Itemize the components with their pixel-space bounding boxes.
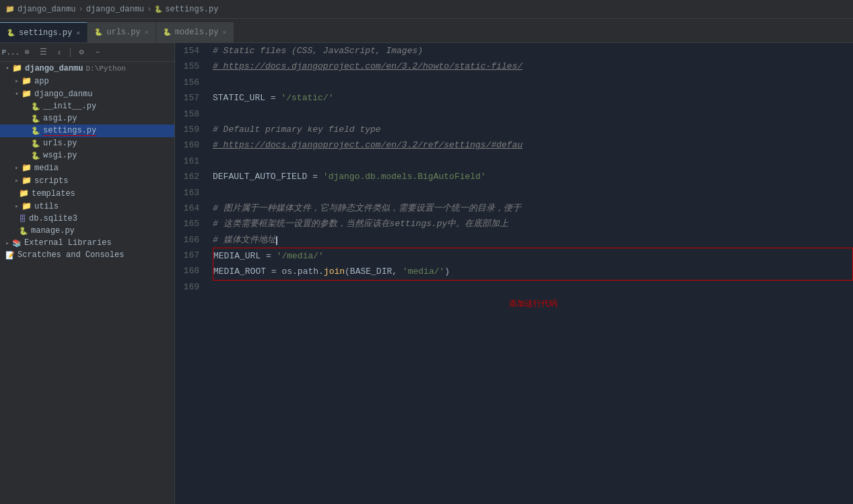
tree-settings[interactable]: 🐍 settings.py xyxy=(0,124,174,137)
ext-lib-label: External Libraries xyxy=(24,238,112,248)
file-py-icon: 🐍 xyxy=(154,5,162,13)
code-line xyxy=(213,281,853,296)
breadcrumb-part-2[interactable]: django_danmu xyxy=(86,5,144,14)
urls-label: urls.py xyxy=(43,139,77,148)
line-number: 169 xyxy=(180,279,199,295)
hide-icon[interactable]: – xyxy=(91,46,104,59)
py-icon-wsgi: 🐍 xyxy=(31,151,40,160)
tab-close-settings[interactable]: ✕ xyxy=(76,29,80,37)
py-icon-settings: 🐍 xyxy=(31,127,40,135)
tab-py-icon-models: 🐍 xyxy=(163,28,171,36)
tab-models[interactable]: 🐍 models.py ✕ xyxy=(156,22,234,42)
arrow-app: ▸ xyxy=(12,77,22,85)
settings-label: settings.py xyxy=(43,126,96,136)
file-tree: ▾ 📁 django_danmu D:\Python ▸ 📁 app ▾ 📁 d… xyxy=(0,62,174,261)
tab-label-settings: settings.py xyxy=(19,28,72,38)
arrow-django: ▾ xyxy=(12,90,22,98)
line-number: 162 xyxy=(180,169,199,184)
folder-icon-root: 📁 xyxy=(12,63,22,73)
main-layout: P... ⊕ ☰ ⇕ ⚙ – ▾ 📁 django_danmu D:\Pytho… xyxy=(0,43,853,504)
tree-asgi[interactable]: 🐍 asgi.py xyxy=(0,112,174,124)
tree-django-danmu[interactable]: ▾ 📁 django_danmu xyxy=(0,87,174,100)
tree-scratch[interactable]: 📝 Scratches and Consoles xyxy=(0,249,174,261)
line-number: 154 xyxy=(180,43,199,59)
root-label: django_danmu xyxy=(25,64,83,73)
folder-icon-templates: 📁 xyxy=(19,188,29,199)
db-icon: 🗄 xyxy=(19,215,26,223)
code-line: # 图片属于一种媒体文件，它与静态文件类似，需要设置一个统一的目录，便于 xyxy=(213,201,853,216)
tab-close-models[interactable]: ✕ xyxy=(223,28,227,36)
expand-icon[interactable]: ⇕ xyxy=(53,46,66,59)
py-icon-init: 🐍 xyxy=(31,102,40,111)
code-line: # Default primary key field type xyxy=(213,122,853,137)
tree-scripts[interactable]: ▸ 📁 scripts xyxy=(0,174,174,187)
arrow-utils: ▸ xyxy=(12,203,22,210)
line-number: 157 xyxy=(180,90,199,106)
editor-area: 1541551561571581591601611621631641651661… xyxy=(175,43,853,504)
breadcrumb-part-1[interactable]: django_danmu xyxy=(18,5,75,14)
tree-media[interactable]: ▸ 📁 media xyxy=(0,161,174,174)
arrow-root: ▾ xyxy=(3,65,12,72)
code-container[interactable]: 1541551561571581591601611621631641651661… xyxy=(175,43,853,504)
line-number: 166 xyxy=(180,232,199,248)
folder-icon-django: 📁 xyxy=(22,89,32,99)
code-line: MEDIA_ROOT = os.path.join(BASE_DIR, 'med… xyxy=(213,264,852,279)
line-number: 168 xyxy=(180,263,199,279)
code-content[interactable]: # Static files (CSS, JavaScript, Images)… xyxy=(207,43,853,504)
tab-settings[interactable]: 🐍 settings.py ✕ xyxy=(0,22,88,42)
tab-close-urls[interactable]: ✕ xyxy=(145,28,149,36)
breadcrumb-part-3[interactable]: settings.py xyxy=(165,5,218,14)
asgi-label: asgi.py xyxy=(43,114,77,123)
utils-label: utils xyxy=(34,202,59,211)
code-line: # https://docs.djangoproject.com/en/3.2/… xyxy=(213,137,853,153)
sidebar-toolbar: P... ⊕ ☰ ⇕ ⚙ – xyxy=(0,43,174,62)
breadcrumb-sep-2: › xyxy=(147,5,151,14)
list-icon[interactable]: ☰ xyxy=(36,46,50,59)
tree-root[interactable]: ▾ 📁 django_danmu D:\Python xyxy=(0,62,174,75)
folder-icon-media: 📁 xyxy=(22,163,32,173)
wsgi-label: wsgi.py xyxy=(43,151,77,160)
code-popup-hint: 添加这行代码 xyxy=(213,296,853,314)
line-number: 164 xyxy=(180,201,199,216)
sidebar: P... ⊕ ☰ ⇕ ⚙ – ▾ 📁 django_danmu D:\Pytho… xyxy=(0,43,175,504)
folder-icon: 📁 xyxy=(5,5,15,13)
settings-icon[interactable]: ⚙ xyxy=(75,46,88,59)
code-line: # 媒体文件地址 xyxy=(213,232,853,248)
line-number: 155 xyxy=(180,59,199,74)
code-line: STATIC_URL = '/static/' xyxy=(213,90,853,106)
tab-urls[interactable]: 🐍 urls.py ✕ xyxy=(88,22,156,42)
tree-urls[interactable]: 🐍 urls.py xyxy=(0,137,174,149)
tab-bar: 🐍 settings.py ✕ 🐍 urls.py ✕ 🐍 models.py … xyxy=(0,19,853,43)
project-dropdown[interactable]: P... xyxy=(4,46,18,59)
tree-manage[interactable]: 🐍 manage.py xyxy=(0,225,174,237)
code-line xyxy=(213,153,853,169)
arrow-scripts: ▸ xyxy=(12,177,22,184)
media-label: media xyxy=(34,164,59,173)
line-number: 163 xyxy=(180,185,199,201)
line-number: 161 xyxy=(180,153,199,169)
folder-icon-utils: 📁 xyxy=(22,201,32,211)
add-icon[interactable]: ⊕ xyxy=(20,46,34,59)
manage-label: manage.py xyxy=(31,226,75,236)
tree-db[interactable]: 🗄 db.sqlite3 xyxy=(0,213,174,225)
tree-templates[interactable]: 📁 templates xyxy=(0,187,174,200)
tab-py-icon: 🐍 xyxy=(7,29,15,37)
arrow-ext-lib: ▸ xyxy=(3,240,12,247)
scratch-icon: 📝 xyxy=(5,251,15,260)
line-number: 160 xyxy=(180,137,199,153)
tree-wsgi[interactable]: 🐍 wsgi.py xyxy=(0,149,174,161)
breadcrumb-sep-1: › xyxy=(78,5,83,14)
line-numbers: 1541551561571581591601611621631641651661… xyxy=(175,43,207,504)
tree-init[interactable]: 🐍 __init__.py xyxy=(0,100,174,112)
code-line: DEFAULT_AUTO_FIELD = 'django.db.models.B… xyxy=(213,169,853,184)
tree-utils[interactable]: ▸ 📁 utils xyxy=(0,200,174,213)
tree-app[interactable]: ▸ 📁 app xyxy=(0,75,174,87)
tab-label-urls: urls.py xyxy=(106,28,140,37)
line-number: 165 xyxy=(180,216,199,231)
tree-ext-lib[interactable]: ▸ 📚 External Libraries xyxy=(0,237,174,249)
breadcrumb-bar: 📁 django_danmu › django_danmu › 🐍 settin… xyxy=(0,0,853,19)
line-number: 159 xyxy=(180,122,199,137)
py-icon-manage: 🐍 xyxy=(19,227,28,236)
templates-label: templates xyxy=(32,189,75,199)
code-line: # 这类需要框架统一设置的参数，当然应该在settings.py中。在底部加上 xyxy=(213,216,853,231)
